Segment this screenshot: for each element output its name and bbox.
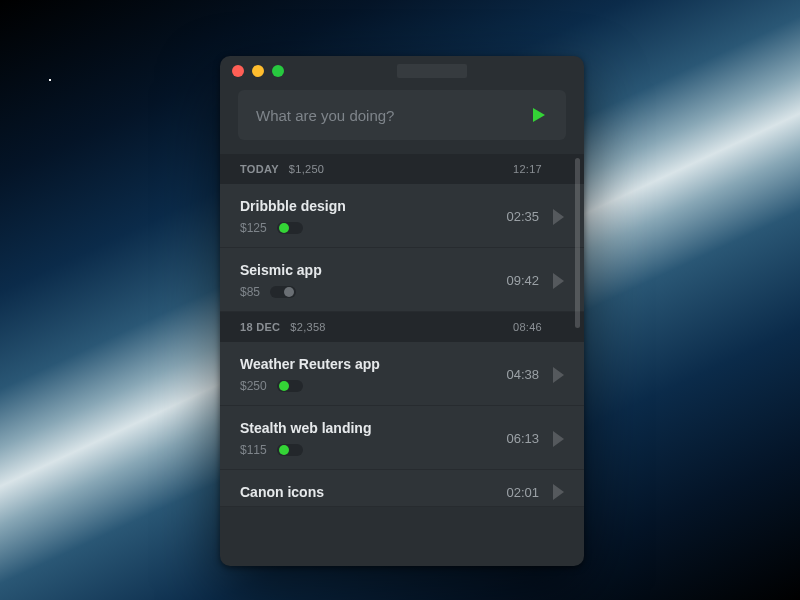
day-label: TODAY (240, 163, 279, 175)
play-icon (533, 108, 545, 122)
entry-name: Weather Reuters app (240, 356, 497, 372)
entry-duration: 04:38 (497, 367, 539, 382)
entry-duration: 02:35 (497, 209, 539, 224)
resume-play-icon[interactable] (553, 209, 564, 225)
minimize-traffic-light[interactable] (252, 65, 264, 77)
start-timer-button[interactable] (528, 104, 550, 126)
billable-toggle[interactable] (277, 222, 303, 234)
close-traffic-light[interactable] (232, 65, 244, 77)
timer-app-window: TODAY $1,250 12:17 Dribbble design $125 … (220, 56, 584, 566)
window-titlebar (220, 56, 584, 86)
entry-duration: 06:13 (497, 431, 539, 446)
entry-name: Canon icons (240, 484, 497, 500)
time-entry-row[interactable]: Weather Reuters app $250 04:38 (220, 342, 584, 406)
window-title (292, 64, 572, 78)
entry-price: $85 (240, 285, 260, 299)
new-entry-bar (238, 90, 566, 140)
day-header: TODAY $1,250 12:17 (220, 154, 584, 184)
time-entry-row[interactable]: Seismic app $85 09:42 (220, 248, 584, 312)
billable-toggle[interactable] (277, 380, 303, 392)
resume-play-icon[interactable] (553, 484, 564, 500)
entry-price: $250 (240, 379, 267, 393)
time-entry-row[interactable]: Canon icons 02:01 (220, 470, 584, 507)
billable-toggle[interactable] (277, 444, 303, 456)
day-total-time: 08:46 (513, 321, 564, 333)
entry-price: $125 (240, 221, 267, 235)
day-label: 18 DEC (240, 321, 280, 333)
resume-play-icon[interactable] (553, 273, 564, 289)
time-entry-row[interactable]: Stealth web landing $115 06:13 (220, 406, 584, 470)
entry-duration: 09:42 (497, 273, 539, 288)
billable-toggle[interactable] (270, 286, 296, 298)
resume-play-icon[interactable] (553, 367, 564, 383)
entry-name: Dribbble design (240, 198, 497, 214)
day-total-time: 12:17 (513, 163, 564, 175)
time-entry-row[interactable]: Dribbble design $125 02:35 (220, 184, 584, 248)
entry-name: Seismic app (240, 262, 497, 278)
day-header: 18 DEC $2,358 08:46 (220, 312, 584, 342)
day-total-amount: $2,358 (290, 321, 325, 333)
scrollbar-thumb[interactable] (575, 158, 580, 328)
entry-duration: 02:01 (497, 485, 539, 500)
task-input[interactable] (254, 106, 528, 125)
entries-list: TODAY $1,250 12:17 Dribbble design $125 … (220, 154, 584, 566)
resume-play-icon[interactable] (553, 431, 564, 447)
entry-price: $115 (240, 443, 267, 457)
day-total-amount: $1,250 (289, 163, 324, 175)
zoom-traffic-light[interactable] (272, 65, 284, 77)
entry-name: Stealth web landing (240, 420, 497, 436)
